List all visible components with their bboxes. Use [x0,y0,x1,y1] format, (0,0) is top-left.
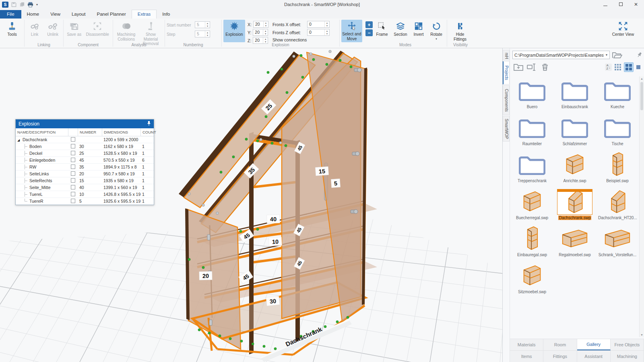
sidebar-scrollbar[interactable]: ▲ ▼ [639,76,644,337]
section-button[interactable]: Section [391,20,410,38]
part-checkbox[interactable] [71,151,75,155]
part-checkbox[interactable] [71,192,75,196]
bottom-tab-fittings[interactable]: Fittings [543,350,577,362]
viewport-3d[interactable]: Dachschrank 2535155401020454545454530 Ex… [0,48,502,362]
folder-item-treppenschrank[interactable]: Treppenschrank [511,152,553,189]
step-input[interactable]: 5▲▼ [195,31,210,37]
minimize-button[interactable] [603,2,608,7]
sidebar-tab-mh[interactable]: mH [503,50,510,60]
file-item-buecherregal-swp[interactable]: Buecherregal.swp [511,189,553,226]
zoom-in-button[interactable]: + [365,21,373,28]
ribbon-tab-info[interactable]: Info [157,10,175,19]
view-large-icons-icon[interactable] [624,62,634,72]
scroll-thumb[interactable] [640,82,643,110]
part-checkbox[interactable] [71,178,75,183]
explosion-x-input[interactable]: 20▲▼ [253,21,268,28]
sidebar-pin-icon[interactable] [637,52,642,58]
ribbon-tab-view[interactable]: View [45,10,66,19]
explosion-row-tuerer[interactable]: TuereR51925.6 x 595.5 x 191 [16,198,154,205]
pin-icon[interactable] [147,121,151,127]
scroll-up-icon[interactable]: ▲ [640,77,644,80]
save-as-button[interactable]: Save as [65,20,83,38]
folder-item-kueche[interactable]: Kueche [596,78,639,115]
tree-expand-icon[interactable]: ◢ [17,138,20,142]
restore-button[interactable] [618,2,623,7]
part-checkbox[interactable] [71,144,75,148]
paste-icon[interactable] [19,2,25,7]
sidebar-tab-components[interactable]: Components [503,85,510,115]
select-and-move-button[interactable]: Select and Move [341,20,362,42]
file-item-dachschrank-swp[interactable]: Dachschrank.swp [553,189,596,226]
ribbon-tab-panel-planner[interactable]: Panel Planner [91,10,131,19]
close-button[interactable]: ✕ [634,2,638,7]
explosion-row-seiterechts[interactable]: SeiteRechts151935 x 580 x 191 [16,177,154,184]
view-details-icon[interactable] [636,65,641,70]
part-checkbox[interactable] [71,185,75,189]
part-checkbox[interactable] [71,199,75,203]
part-checkbox[interactable] [71,171,75,176]
sidebar-tab-smartwop[interactable]: SmartWOP [503,116,510,142]
folder-item-einbauschrank[interactable]: Einbauschrank [553,78,596,115]
rotate-dropdown-icon[interactable]: ▾ [436,37,437,41]
hide-fittings-button[interactable]: Hide Fittings [449,20,471,43]
explosion-row-boden[interactable]: Boden301162 x 580 x 191 [16,143,154,150]
explosion-row-einlegeboden[interactable]: Einlegeboden45570.5 x 550 x 196 [16,157,154,164]
bottom-tab-assistant[interactable]: Assistant [577,350,611,362]
unlink-button[interactable]: Unlink [44,20,62,38]
explosion-panel-header[interactable]: Explosion [16,119,154,128]
fronts-x-spinner[interactable]: ▲▼ [324,21,329,27]
scroll-down-icon[interactable]: ▼ [640,333,644,336]
explosion-y-input[interactable]: 20▲▼ [253,29,268,36]
open-folder-icon[interactable] [612,51,622,59]
tools-button[interactable]: Tools [2,20,23,38]
ribbon-tab-home[interactable]: Home [21,10,45,19]
center-view-button[interactable]: Center View [611,20,635,38]
fronts-z-offset-input[interactable]: 0▲▼ [307,29,330,36]
save-icon[interactable] [11,2,17,7]
new-folder-icon[interactable] [513,63,524,71]
start-number-input[interactable]: 5▲▼ [195,21,210,28]
path-combobox[interactable]: C:\ProgramData\SmartWOP\Projects\Example… [512,51,610,59]
folder-item-tische[interactable]: Tische [596,115,639,152]
invert-button[interactable]: Invert [411,20,427,38]
ribbon-tab-layout[interactable]: Layout [66,10,91,19]
rename-folder-icon[interactable] [527,63,538,71]
delete-icon[interactable] [541,63,549,71]
explosion-row-deckel[interactable]: Deckel251528.5 x 580 x 191 [16,150,154,157]
file-item-beispiel-swp[interactable]: Beispiel.swp [596,152,639,189]
part-checkbox[interactable] [71,137,75,142]
machining-collisions-button[interactable]: Machining Collisions [115,20,138,43]
bottom-tab-materials[interactable]: Materials [510,339,543,350]
file-item-schrank-vorstellun-[interactable]: Schrank_Vorstellun... [596,226,639,263]
qat-dropdown-icon[interactable]: ▾ [36,3,38,6]
print-icon[interactable] [27,2,33,7]
disassemble-button[interactable]: Disassemble [84,20,111,38]
app-logo-icon[interactable]: S [2,2,8,8]
part-checkbox[interactable] [71,158,75,162]
explosion-x-spinner[interactable]: ▲▼ [263,21,268,27]
fronts-z-spinner[interactable]: ▲▼ [324,29,329,35]
sort-az-icon[interactable]: AZ↓ [605,64,612,71]
file-item-sitzmoebel-swp[interactable]: Sitzmoebel.swp [511,263,553,300]
frame-button[interactable]: Frame [374,20,390,38]
link-button[interactable]: Link [26,20,43,38]
folder-item-raumteiler[interactable]: Raumteiler [511,115,553,152]
file-item-regalmoebel-swp[interactable]: Regalmoebel.swp [553,226,596,263]
step-spinner[interactable]: ▲▼ [205,31,210,37]
bottom-tab-items[interactable]: Items [510,350,543,362]
file-item-einbauregal-swp[interactable]: Einbauregal.swp [511,226,553,263]
folder-item-schlafzimmer[interactable]: Schlafzimmer [553,115,596,152]
explosion-row-tuerel[interactable]: TuereL101426.8 x 595.5 x 191 [16,191,154,198]
sidebar-tab-projects[interactable]: Projects [503,61,510,84]
bottom-tab-machining[interactable]: Machining [611,350,644,362]
fronts-x-offset-input[interactable]: 0▲▼ [307,21,330,28]
show-connections-label[interactable]: Show connections [272,37,307,42]
ribbon-tab-extras[interactable]: Extras [132,10,157,19]
explosion-row-dachschrank[interactable]: ◢Dachschrank1200 x 599 x 2000 [16,136,154,143]
bottom-tab-free-objects[interactable]: Free Objects [611,339,644,350]
rotate-button[interactable]: Rotate ▾ [427,20,445,42]
bottom-tab-gallery[interactable]: Gallery [577,339,611,350]
zoom-out-button[interactable]: − [365,29,373,36]
start-number-spinner[interactable]: ▲▼ [205,22,210,28]
explosion-row-rw[interactable]: RW351894.9 x 1175 x 81 [16,164,154,171]
